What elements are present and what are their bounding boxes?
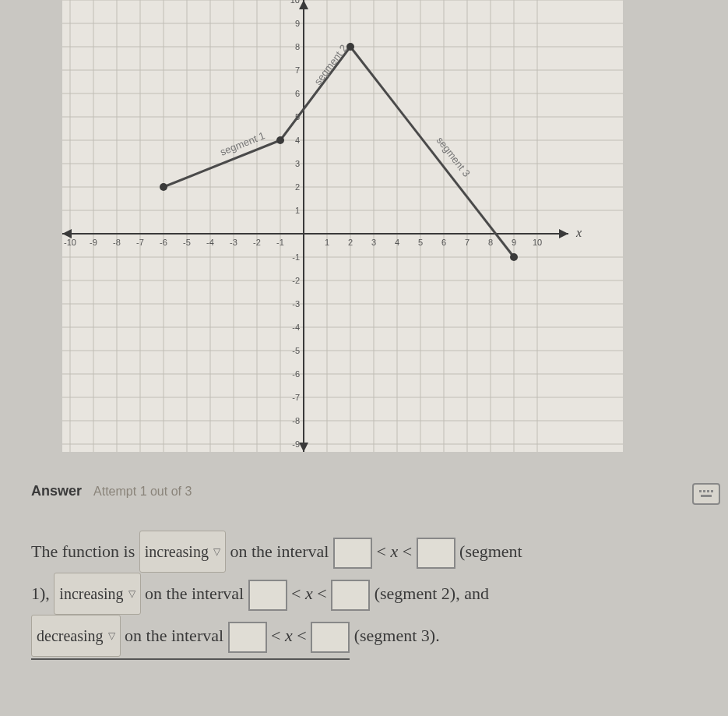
svg-rect-40: [699, 490, 702, 492]
tick-x: 2: [348, 238, 353, 247]
svg-rect-41: [703, 490, 705, 492]
tick-y: 8: [295, 42, 300, 51]
tick-x: -8: [113, 238, 121, 247]
segment-1-label: segment 1: [219, 129, 267, 158]
tick-x: 7: [465, 238, 470, 247]
tick-x: -10: [64, 238, 76, 247]
tick-y: 3: [295, 159, 300, 168]
tick-y: -6: [292, 369, 300, 379]
answer-section: Answer Attempt 1 out of 3 The function i…: [31, 483, 697, 660]
tick-x: -5: [183, 238, 191, 247]
tick-y: -7: [292, 393, 300, 402]
endpoint: [160, 183, 167, 191]
input-seg1-upper[interactable]: [417, 538, 455, 569]
dropdown-value: increasing: [59, 575, 123, 612]
dropdown-segment-2[interactable]: increasing ▽: [54, 573, 140, 615]
lt: <: [403, 541, 412, 561]
endpoint: [276, 136, 284, 144]
tick-x: -2: [253, 238, 261, 247]
arrow-right-icon: [559, 229, 568, 238]
dropdown-value: increasing: [145, 533, 209, 570]
text: on the interval: [125, 626, 223, 645]
tick-x: 8: [488, 238, 493, 247]
chevron-down-icon: ▽: [128, 583, 135, 605]
dropdown-segment-1[interactable]: increasing ▽: [139, 531, 226, 573]
tick-y: -3: [292, 299, 300, 309]
tick-x: -1: [276, 238, 284, 247]
tick-y: -1: [292, 252, 300, 262]
tick-x: -7: [136, 238, 144, 247]
tick-y: -8: [292, 416, 300, 425]
tick-y: -9: [292, 439, 300, 449]
tick-y: -2: [292, 276, 300, 285]
tick-y: 2: [295, 182, 300, 192]
tick-y: 10: [290, 0, 300, 5]
tick-x: 5: [418, 238, 423, 247]
tick-x: 1: [325, 238, 329, 247]
answer-label: Answer: [31, 483, 82, 499]
text: (segment 2), and: [375, 584, 489, 603]
chevron-down-icon: ▽: [108, 625, 115, 647]
svg-rect-43: [711, 490, 713, 492]
answer-sentence: The function is increasing ▽ on the inte…: [31, 531, 697, 660]
tick-y: 1: [295, 206, 300, 215]
chevron-down-icon: ▽: [213, 541, 220, 563]
tick-y: 6: [295, 89, 300, 98]
text: on the interval: [145, 584, 244, 603]
tick-x: -9: [90, 238, 97, 247]
x-axis-label: x: [575, 226, 582, 239]
tick-y: 4: [295, 136, 300, 145]
tick-x: 3: [371, 238, 376, 247]
coordinate-plane: -10 -9 -8 -7 -6 -5 -4 -3 -2 -1 1 2 3 4 5…: [62, 0, 623, 452]
lt: <: [376, 541, 385, 561]
tick-x: -6: [160, 238, 167, 247]
text: (segment: [459, 541, 522, 561]
input-seg1-lower[interactable]: [333, 538, 372, 569]
tick-x: 9: [512, 238, 516, 247]
input-seg3-upper[interactable]: [311, 622, 350, 653]
var-x: x: [285, 626, 293, 645]
text: The function is: [31, 541, 135, 561]
tick-y: 7: [295, 65, 300, 75]
dropdown-value: decreasing: [37, 617, 104, 654]
lt: <: [297, 626, 306, 645]
tick-x: 10: [533, 238, 542, 247]
text: 1),: [31, 584, 50, 603]
input-seg2-upper[interactable]: [331, 580, 370, 611]
endpoint: [510, 253, 518, 261]
svg-rect-44: [701, 495, 712, 497]
tick-y: -4: [292, 323, 300, 332]
tick-y: -5: [292, 346, 300, 355]
input-seg2-lower[interactable]: [248, 580, 287, 611]
graph-container: -10 -9 -8 -7 -6 -5 -4 -3 -2 -1 1 2 3 4 5…: [62, 0, 623, 452]
var-x: x: [390, 541, 398, 561]
tick-x: 4: [395, 238, 399, 247]
tick-x: 6: [441, 238, 446, 247]
segment-3-label: segment 3: [434, 135, 473, 179]
text: (segment 3).: [354, 626, 440, 645]
tick-x: -3: [230, 238, 237, 247]
segment-2-label: segment 2: [311, 42, 350, 87]
input-seg3-lower[interactable]: [228, 622, 267, 653]
tick-x: -4: [206, 238, 214, 247]
lt: <: [271, 626, 280, 645]
tick-y: 9: [295, 19, 300, 28]
lt: <: [317, 584, 326, 603]
segment-3-line: [350, 47, 514, 257]
arrow-down-icon: [299, 443, 308, 452]
var-x: x: [305, 584, 313, 603]
attempt-text: Attempt 1 out of 3: [93, 485, 192, 498]
lt: <: [291, 584, 301, 603]
arrow-up-icon: [299, 0, 308, 9]
answer-header: Answer Attempt 1 out of 3: [31, 483, 697, 499]
dropdown-segment-3[interactable]: decreasing ▽: [31, 615, 121, 657]
svg-rect-42: [707, 490, 709, 492]
text: on the interval: [230, 541, 329, 561]
